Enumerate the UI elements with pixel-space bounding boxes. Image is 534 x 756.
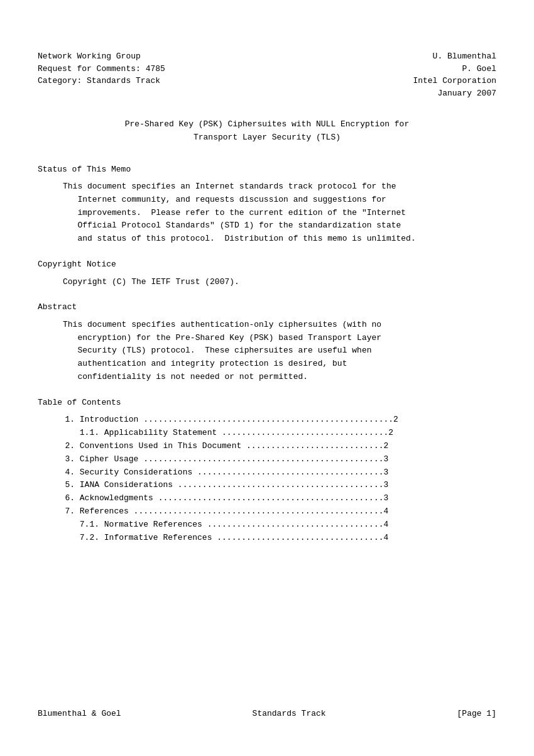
page: Network Working Group Request for Commen…	[0, 0, 534, 756]
status-memo-text: This document specifies an Internet stan…	[63, 180, 496, 246]
toc-item: 2. Conventions Used in This Document ...…	[50, 440, 496, 453]
toc-item: 7.1. Normative References ..............…	[50, 518, 496, 532]
organization: Intel Corporation	[413, 75, 496, 87]
footer-right: [Page 1]	[457, 709, 496, 718]
toc-item: 6. Acknowledgments .....................…	[50, 492, 496, 505]
abstract-body: This document specifies authentication-o…	[63, 319, 496, 384]
footer-left: Blumenthal & Goel	[38, 709, 121, 718]
author2: P. Goel	[413, 63, 496, 75]
toc-item: 3. Cipher Usage ........................…	[50, 453, 496, 466]
category: Category: Standards Track	[38, 75, 165, 87]
copyright-body: Copyright (C) The IETF Trust (2007).	[63, 276, 496, 289]
date: January 2007	[413, 87, 496, 100]
rfc-number: Request for Comments: 4785	[38, 63, 165, 75]
toc-heading: Table of Contents	[38, 397, 496, 409]
document-title: Pre-Shared Key (PSK) Ciphersuites with N…	[38, 118, 496, 145]
copyright-heading: Copyright Notice	[38, 258, 496, 271]
header-right: U. Blumenthal P. Goel Intel Corporation …	[413, 50, 496, 99]
toc-item: 5. IANA Considerations .................…	[50, 479, 496, 492]
toc-item: 1. Introduction ........................…	[50, 414, 496, 427]
header-left: Network Working Group Request for Commen…	[38, 50, 165, 99]
abstract-text: This document specifies authentication-o…	[63, 319, 496, 384]
title-line2: Transport Layer Security (TLS)	[38, 131, 496, 145]
abstract-heading: Abstract	[38, 301, 496, 314]
document-header: Network Working Group Request for Commen…	[38, 50, 496, 99]
toc-list: 1. Introduction ........................…	[50, 414, 496, 544]
working-group: Network Working Group	[38, 50, 165, 63]
toc-item: 4. Security Considerations .............…	[50, 466, 496, 479]
title-line1: Pre-Shared Key (PSK) Ciphersuites with N…	[38, 118, 496, 131]
toc-item: 1.1. Applicability Statement ...........…	[50, 427, 496, 440]
status-memo-heading: Status of This Memo	[38, 163, 496, 176]
toc-item: 7.2. Informative References ............…	[50, 532, 496, 545]
footer-center: Standards Track	[253, 709, 326, 718]
copyright-text: Copyright (C) The IETF Trust (2007).	[63, 277, 239, 287]
page-footer: Blumenthal & Goel Standards Track [Page …	[38, 704, 496, 718]
status-memo-body: This document specifies an Internet stan…	[63, 180, 496, 246]
toc-item: 7. References ..........................…	[50, 505, 496, 518]
author1: U. Blumenthal	[413, 50, 496, 63]
